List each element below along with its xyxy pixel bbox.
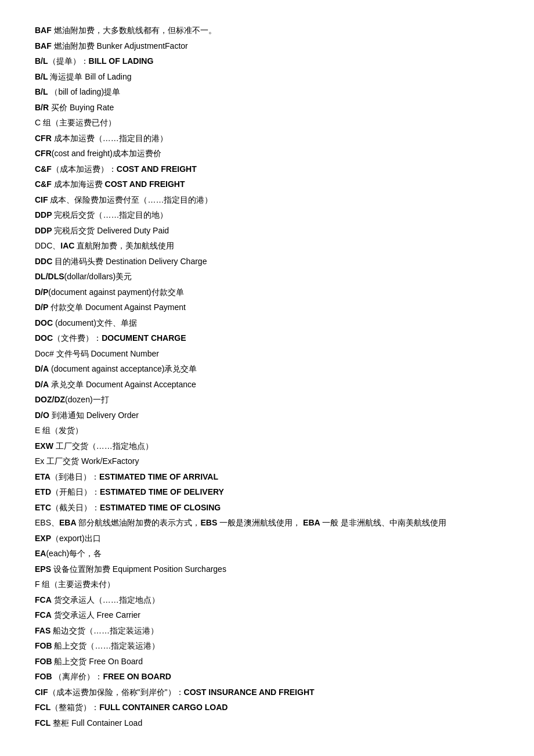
list-item: FOB 船上交货（……指定装运港） (35, 639, 499, 653)
list-item: B/L（提单）：BILL OF LADING (35, 54, 499, 69)
list-item: DOC (document)文件、单据 (35, 316, 499, 330)
list-item: CFR 成本加运费（……指定目的港） (35, 131, 499, 146)
list-item: FCA 货交承运人 Free Carrier (35, 608, 499, 622)
list-item: FAS 船边交货（……指定装运港） (35, 624, 499, 638)
list-item: D/P 付款交单 Document Against Payment (35, 300, 499, 315)
list-item: D/P(document against payment)付款交单 (35, 285, 499, 300)
list-item: FCL（整箱货）：FULL CONTAINER CARGO LOAD (35, 700, 499, 715)
list-item: D/A 承兑交单 Document Against Acceptance (35, 377, 499, 392)
list-item: EXP（export)出口 (35, 531, 499, 546)
list-item: EA(each)每个，各 (35, 546, 499, 561)
main-content: BAF 燃油附加费，大多数航线都有，但标准不一。BAF 燃油附加费 Bunker… (35, 23, 499, 730)
list-item: BAF 燃油附加费，大多数航线都有，但标准不一。 (35, 23, 499, 38)
list-item: D/O 到港通知 Delivery Order (35, 408, 499, 423)
list-item: DOZ/DZ(dozen)一打 (35, 393, 499, 407)
list-item: C 组（主要运费已付） (35, 116, 499, 130)
list-item: FCL 整柜 Full Container Load (35, 716, 499, 730)
list-item: ETC（截关日）：ESTIMATED TIME OF CLOSING (35, 501, 499, 515)
list-item: FOB （离岸价）：FREE ON BOARD (35, 669, 499, 684)
list-item: DDP 完税后交货 Delivered Duty Paid (35, 224, 499, 238)
list-item: ETD（开船日）：ESTIMATED TIME OF DELIVERY (35, 485, 499, 499)
list-item: Doc# 文件号码 Document Number (35, 347, 499, 361)
list-item: CIF 成本、保险费加运费付至（……指定目的港） (35, 193, 499, 207)
list-item: EBS、EBA 部分航线燃油附加费的表示方式，EBS 一般是澳洲航线使用， EB… (35, 516, 499, 530)
list-item: DDP 完税后交货（……指定目的地） (35, 208, 499, 222)
list-item: EXW 工厂交货（……指定地点） (35, 439, 499, 453)
list-item: B/L （bill of lading)提单 (35, 85, 499, 99)
list-item: Ex 工厂交货 Work/ExFactory (35, 454, 499, 469)
list-item: BAF 燃油附加费 Bunker AdjustmentFactor (35, 39, 499, 53)
list-item: D/A (document against acceptance)承兑交单 (35, 362, 499, 376)
list-item: EPS 设备位置附加费 Equipment Position Surcharge… (35, 562, 499, 577)
list-item: DL/DLS(dollar/dollars)美元 (35, 269, 499, 284)
list-item: FOB 船上交货 Free On Board (35, 654, 499, 669)
list-item: E 组（发货） (35, 423, 499, 438)
list-item: DOC（文件费）：DOCUMENT CHARGE (35, 331, 499, 345)
list-item: CFR(cost and freight)成本加运费价 (35, 146, 499, 161)
list-item: C&F 成本加海运费 COST AND FREIGHT (35, 177, 499, 192)
list-item: C&F（成本加运费）：COST AND FREIGHT (35, 162, 499, 177)
list-item: DDC、IAC 直航附加费，美加航线使用 (35, 239, 499, 253)
list-item: B/R 买价 Buying Rate (35, 100, 499, 115)
list-item: CIF（成本运费加保险，俗称"到岸价"）：COST INSURANCE AND … (35, 685, 499, 700)
list-item: B/L 海运提单 Bill of Lading (35, 70, 499, 84)
list-item: ETA（到港日）：ESTIMATED TIME OF ARRIVAL (35, 470, 499, 484)
list-item: DDC 目的港码头费 Destination Delivery Charge (35, 254, 499, 269)
list-item: F 组（主要运费未付） (35, 577, 499, 592)
list-item: FCA 货交承运人（……指定地点） (35, 593, 499, 607)
